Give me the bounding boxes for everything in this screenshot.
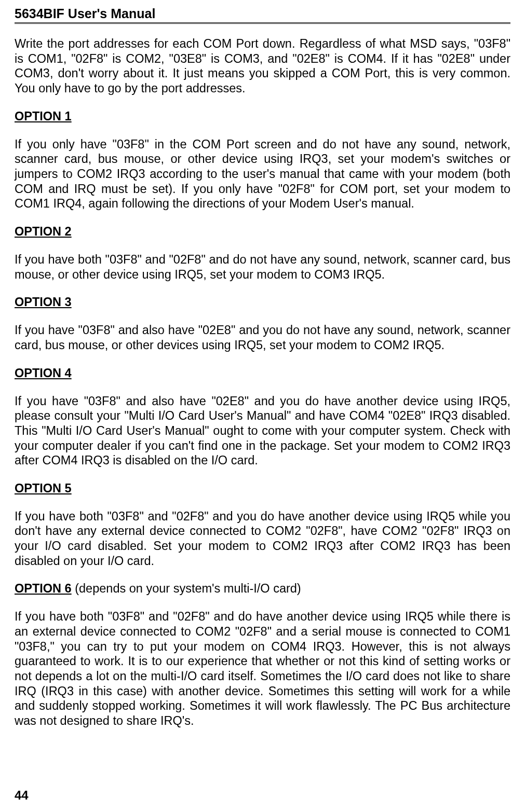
header-title: 5634BIF User's Manual <box>15 6 510 24</box>
option4-text: If you have "03F8" and also have "02E8" … <box>15 394 510 468</box>
page-number: 44 <box>15 788 29 803</box>
option6-suffix: (depends on your system's multi-I/O card… <box>72 582 301 595</box>
option4-heading: OPTION 4 <box>15 366 510 380</box>
option1-heading: OPTION 1 <box>15 109 510 123</box>
option5-text: If you have both "03F8" and "02F8" and y… <box>15 509 510 569</box>
intro-paragraph: Write the port addresses for each COM Po… <box>15 36 510 96</box>
option6-heading: OPTION 6 <box>15 582 72 595</box>
option6-text: If you have both "03F8" and "02F8" and d… <box>15 609 510 728</box>
option3-heading: OPTION 3 <box>15 295 510 309</box>
option2-heading: OPTION 2 <box>15 225 510 239</box>
option6-heading-line: OPTION 6 (depends on your system's multi… <box>15 582 510 596</box>
option1-text: If you only have "03F8" in the COM Port … <box>15 137 510 211</box>
option3-text: If you have "03F8" and also have "02E8" … <box>15 323 510 352</box>
option2-text: If you have both "03F8" and "02F8" and d… <box>15 252 510 282</box>
option5-heading: OPTION 5 <box>15 481 510 496</box>
